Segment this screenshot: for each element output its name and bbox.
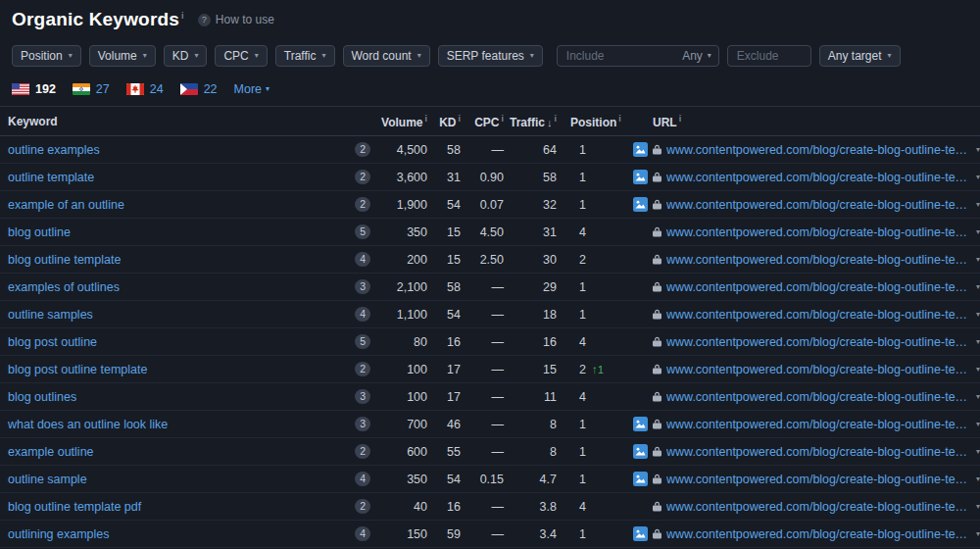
keyword-link[interactable]: examples of outlines bbox=[8, 280, 120, 294]
url-link[interactable]: www.contentpowered.com/blog/create-blog-… bbox=[666, 473, 969, 486]
url-link[interactable]: www.contentpowered.com/blog/create-blog-… bbox=[666, 198, 969, 212]
filter-volume[interactable]: Volume bbox=[89, 45, 156, 67]
image-thumbnail-icon[interactable] bbox=[633, 170, 648, 184]
url-dropdown-icon[interactable] bbox=[976, 310, 980, 319]
url-dropdown-icon[interactable] bbox=[976, 227, 980, 236]
filter-traffic[interactable]: Traffic bbox=[275, 45, 335, 67]
cpc-cell: — bbox=[461, 335, 504, 349]
column-header-traffic[interactable]: Traffic bbox=[504, 114, 557, 129]
column-header-url[interactable]: URL bbox=[627, 114, 980, 129]
cpc-cell: — bbox=[461, 500, 504, 514]
url-link[interactable]: www.contentpowered.com/blog/create-blog-… bbox=[666, 143, 969, 157]
image-thumbnail-icon[interactable] bbox=[633, 417, 648, 431]
keyword-link[interactable]: example of an outline bbox=[8, 198, 124, 212]
country-tab-india[interactable]: 27 bbox=[73, 82, 110, 96]
url-dropdown-icon[interactable] bbox=[976, 474, 980, 483]
keyword-link[interactable]: blog outlines bbox=[8, 390, 76, 404]
target-select-label: Any target bbox=[828, 49, 882, 63]
keyword-link[interactable]: outlining examples bbox=[8, 527, 110, 541]
url-link[interactable]: www.contentpowered.com/blog/create-blog-… bbox=[666, 445, 969, 459]
url-link[interactable]: www.contentpowered.com/blog/create-blog-… bbox=[666, 527, 969, 541]
traffic-cell: 30 bbox=[504, 253, 557, 267]
cpc-cell: — bbox=[461, 280, 504, 294]
keyword-link[interactable]: blog post outline template bbox=[8, 363, 147, 376]
include-input[interactable] bbox=[564, 48, 677, 64]
lock-icon bbox=[653, 364, 662, 374]
url-link[interactable]: www.contentpowered.com/blog/create-blog-… bbox=[666, 390, 969, 404]
column-header-kd[interactable]: KD bbox=[427, 114, 461, 129]
url-dropdown-icon[interactable] bbox=[976, 420, 980, 428]
url-dropdown-icon[interactable] bbox=[976, 529, 980, 538]
image-thumbnail-icon[interactable] bbox=[633, 142, 648, 157]
volume-cell: 100 bbox=[380, 390, 427, 404]
url-link[interactable]: www.contentpowered.com/blog/create-blog-… bbox=[666, 335, 969, 349]
keyword-link[interactable]: blog outline template pdf bbox=[8, 500, 141, 514]
image-thumbnail-icon[interactable] bbox=[633, 197, 648, 212]
keyword-link[interactable]: blog post outline bbox=[8, 335, 97, 349]
lock-icon bbox=[653, 281, 662, 292]
how-to-use-link[interactable]: How to use bbox=[198, 13, 274, 26]
url-dropdown-icon[interactable] bbox=[976, 365, 980, 374]
traffic-cell: 11 bbox=[504, 390, 557, 404]
url-dropdown-icon[interactable] bbox=[976, 392, 980, 401]
keyword-link[interactable]: outline samples bbox=[8, 308, 93, 322]
column-header-cpc[interactable]: CPC bbox=[461, 114, 504, 129]
include-mode-select[interactable]: Any bbox=[682, 49, 703, 63]
column-header-keyword[interactable]: Keyword bbox=[0, 115, 380, 128]
table-row: blog post outline template 2 100 17 — 15… bbox=[0, 356, 980, 383]
image-thumbnail-icon[interactable] bbox=[633, 472, 648, 486]
url-dropdown-icon[interactable] bbox=[976, 502, 980, 511]
keyword-link[interactable]: outline examples bbox=[8, 143, 100, 157]
image-thumbnail-icon[interactable] bbox=[633, 526, 648, 541]
volume-cell: 1,100 bbox=[380, 308, 427, 322]
keyword-link[interactable]: what does an outline look like bbox=[8, 418, 168, 431]
filter-word-count[interactable]: Word count bbox=[343, 45, 430, 67]
more-countries-link[interactable]: More bbox=[234, 82, 270, 96]
keyword-link[interactable]: blog outline template bbox=[8, 253, 121, 267]
url-link[interactable]: www.contentpowered.com/blog/create-blog-… bbox=[666, 225, 969, 239]
url-dropdown-icon[interactable] bbox=[976, 447, 980, 456]
url-link[interactable]: www.contentpowered.com/blog/create-blog-… bbox=[666, 253, 969, 267]
filter-position-label: Position bbox=[21, 49, 63, 63]
filter-kd[interactable]: KD bbox=[164, 45, 208, 67]
country-tab-canada[interactable]: 24 bbox=[126, 82, 164, 96]
column-header-position[interactable]: Position bbox=[557, 114, 627, 129]
url-link[interactable]: www.contentpowered.com/blog/create-blog-… bbox=[666, 363, 969, 376]
url-dropdown-icon[interactable] bbox=[976, 255, 980, 264]
word-count-badge: 4 bbox=[355, 307, 370, 322]
url-link[interactable]: www.contentpowered.com/blog/create-blog-… bbox=[666, 171, 969, 184]
url-link[interactable]: www.contentpowered.com/blog/create-blog-… bbox=[666, 418, 969, 431]
filter-position[interactable]: Position bbox=[12, 45, 81, 67]
page-title: Organic Keywords bbox=[12, 9, 184, 30]
filter-cpc[interactable]: CPC bbox=[215, 45, 267, 67]
keyword-link[interactable]: outline sample bbox=[8, 473, 87, 486]
url-dropdown-icon[interactable] bbox=[976, 145, 980, 154]
keyword-link[interactable]: example outline bbox=[8, 445, 94, 459]
keyword-cell: example outline 2 bbox=[0, 444, 380, 459]
target-select[interactable]: Any target bbox=[819, 45, 901, 67]
exclude-input[interactable] bbox=[735, 48, 804, 64]
table-row: outline samples 4 1,100 54 — 18 1 www.co… bbox=[0, 301, 980, 328]
url-link[interactable]: www.contentpowered.com/blog/create-blog-… bbox=[666, 308, 969, 322]
position-value: 1 bbox=[557, 527, 586, 541]
url-dropdown-icon[interactable] bbox=[976, 337, 980, 346]
country-tab-philippines[interactable]: 22 bbox=[180, 82, 218, 96]
kd-cell: 16 bbox=[427, 500, 461, 514]
url-cell: www.contentpowered.com/blog/create-blog-… bbox=[627, 362, 980, 376]
chevron-down-icon bbox=[321, 52, 325, 60]
word-count-badge: 4 bbox=[355, 472, 370, 486]
url-link[interactable]: www.contentpowered.com/blog/create-blog-… bbox=[666, 280, 969, 294]
url-link[interactable]: www.contentpowered.com/blog/create-blog-… bbox=[666, 500, 969, 514]
keyword-link[interactable]: outline template bbox=[8, 171, 94, 184]
country-tab-united-states[interactable]: 192 bbox=[12, 82, 56, 96]
image-thumbnail-icon[interactable] bbox=[633, 444, 648, 459]
column-header-volume[interactable]: Volume bbox=[380, 114, 427, 129]
keyword-link[interactable]: blog outline bbox=[8, 225, 71, 239]
kd-cell: 46 bbox=[427, 418, 461, 431]
philippines-flag-icon bbox=[180, 83, 198, 95]
url-dropdown-icon[interactable] bbox=[976, 282, 980, 291]
url-dropdown-icon[interactable] bbox=[976, 200, 980, 209]
url-dropdown-icon[interactable] bbox=[976, 173, 980, 181]
lock-icon bbox=[653, 199, 662, 210]
filter-serp-features[interactable]: SERP features bbox=[438, 45, 543, 67]
